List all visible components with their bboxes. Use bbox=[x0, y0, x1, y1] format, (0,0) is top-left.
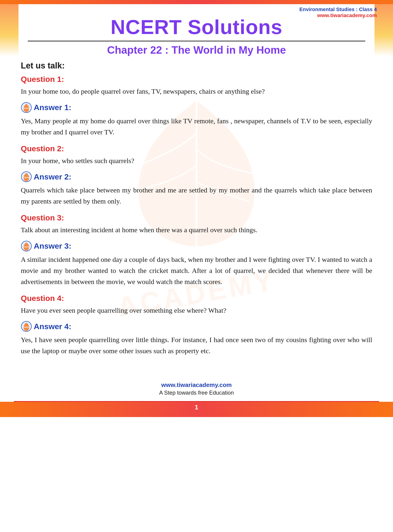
answer-header-4: TIWARI Answer 4: bbox=[21, 321, 372, 332]
answer-label-1: Answer 1: bbox=[34, 103, 71, 112]
footer: www.tiwariacademy.com A Step towards fre… bbox=[0, 377, 393, 398]
answer-label-2: Answer 2: bbox=[34, 172, 71, 181]
answer-label-3: Answer 3: bbox=[34, 241, 71, 250]
question-label-4: Question 4: bbox=[21, 294, 372, 303]
svg-text:TIWARI: TIWARI bbox=[23, 246, 29, 248]
qa-block-3: Question 3: Talk about an interesting in… bbox=[21, 213, 372, 287]
qa-block-2: Question 2: In your home, who settles su… bbox=[21, 144, 372, 207]
question-text-1: In your home too, do people quarrel over… bbox=[21, 86, 372, 97]
main-title: NCERT Solutions bbox=[14, 15, 379, 39]
footer-url: www.tiwariacademy.com bbox=[0, 381, 393, 389]
answer-header-3: TIWARI Answer 3: bbox=[21, 241, 372, 252]
header-url: www.tiwariacademy.com bbox=[299, 12, 377, 19]
qa-block-1: Question 1: In your home too, do people … bbox=[21, 75, 372, 138]
top-right-info: Environmental Studies : Class 4 www.tiwa… bbox=[299, 6, 377, 19]
svg-text:TIWARI: TIWARI bbox=[23, 176, 29, 179]
answer-text-4: Yes, I have seen people quarrelling over… bbox=[21, 334, 372, 356]
svg-text:TIWARI: TIWARI bbox=[23, 107, 29, 109]
question-label-1: Question 1: bbox=[21, 75, 372, 84]
content-area: Let us talk: Question 1: In your home to… bbox=[0, 61, 393, 377]
top-bar bbox=[0, 0, 393, 4]
answer-header-1: TIWARI Answer 1: bbox=[21, 102, 372, 113]
tiwari-logo-icon-2: TIWARI bbox=[21, 171, 32, 182]
answer-header-2: TIWARI Answer 2: bbox=[21, 171, 372, 182]
answer-text-3: A similar incident happened one day a co… bbox=[21, 254, 372, 287]
svg-text:TIWARI: TIWARI bbox=[23, 326, 29, 328]
qa-block-4: Question 4: Have you ever seen people qu… bbox=[21, 294, 372, 357]
tiwari-logo-icon-1: TIWARI bbox=[21, 102, 32, 113]
page-number-area: 1 bbox=[0, 402, 393, 413]
footer-tagline: A Step towards free Education bbox=[0, 389, 393, 396]
question-label-3: Question 3: bbox=[21, 213, 372, 222]
question-text-4: Have you ever seen people quarrelling ov… bbox=[21, 305, 372, 316]
question-text-2: In your home, who settles such quarrels? bbox=[21, 155, 372, 166]
title-divider bbox=[28, 41, 365, 41]
bottom-bar bbox=[0, 413, 393, 417]
section-intro-label: Let us talk: bbox=[21, 61, 372, 70]
answer-text-1: Yes, Many people at my home do quarrel o… bbox=[21, 115, 372, 138]
question-text-3: Talk about an interesting incident at ho… bbox=[21, 225, 372, 235]
answer-text-2: Quarrels which take place between my bro… bbox=[21, 184, 372, 207]
tiwari-logo-icon-4: TIWARI bbox=[21, 321, 32, 332]
page-number: 1 bbox=[195, 404, 198, 411]
header-area: Environmental Studies : Class 4 www.tiwa… bbox=[0, 4, 393, 56]
answer-label-4: Answer 4: bbox=[34, 322, 71, 331]
tiwari-logo-icon-3: TIWARI bbox=[21, 241, 32, 252]
question-label-2: Question 2: bbox=[21, 144, 372, 153]
chapter-title: Chapter 22 : The World in My Home bbox=[14, 44, 379, 56]
subject-label: Environmental Studies : Class 4 bbox=[299, 6, 377, 12]
